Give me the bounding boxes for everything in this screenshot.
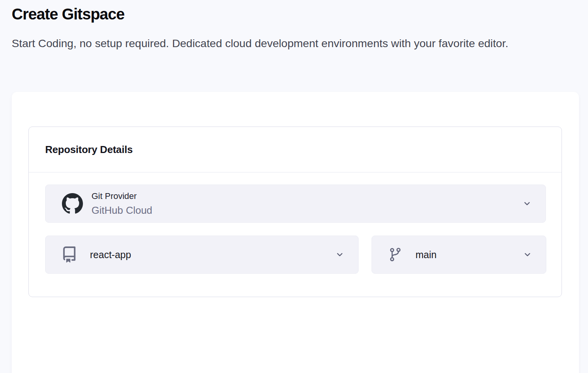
content-card: Repository Details Git Provider GitHub C… bbox=[12, 92, 579, 373]
git-branch-icon bbox=[387, 247, 403, 262]
repository-details-card: Repository Details Git Provider GitHub C… bbox=[28, 127, 562, 297]
repo-book-icon bbox=[61, 246, 77, 263]
git-provider-texts: Git Provider GitHub Cloud bbox=[92, 191, 152, 216]
chevron-down-icon bbox=[523, 250, 532, 259]
chevron-down-icon bbox=[523, 199, 532, 208]
page-subtitle: Start Coding, no setup required. Dedicat… bbox=[12, 35, 581, 52]
repository-value: react-app bbox=[90, 249, 131, 260]
github-icon bbox=[62, 193, 83, 214]
git-provider-value: GitHub Cloud bbox=[92, 204, 152, 216]
repository-details-header: Repository Details bbox=[29, 127, 562, 172]
repository-details-heading: Repository Details bbox=[45, 144, 133, 156]
branch-select[interactable]: main bbox=[371, 236, 546, 274]
git-provider-label: Git Provider bbox=[92, 191, 152, 201]
page-title: Create Gitspace bbox=[12, 5, 125, 23]
repository-select[interactable]: react-app bbox=[45, 236, 359, 274]
chevron-down-icon bbox=[335, 250, 344, 259]
git-provider-select[interactable]: Git Provider GitHub Cloud bbox=[45, 185, 546, 223]
branch-value: main bbox=[415, 249, 437, 260]
